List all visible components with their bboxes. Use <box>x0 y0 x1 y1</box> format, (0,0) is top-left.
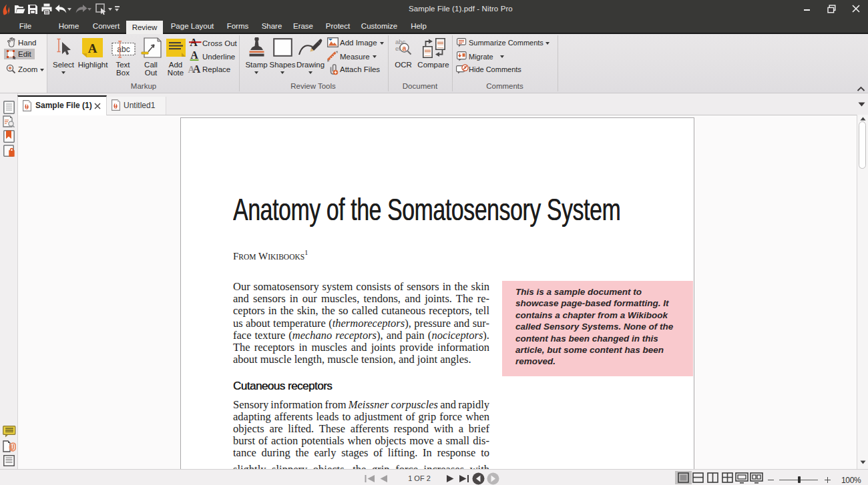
svg-text:A: A <box>193 63 201 74</box>
svg-text:a: a <box>403 44 407 52</box>
svg-text:A: A <box>88 41 97 55</box>
svg-text:A: A <box>190 50 198 61</box>
svg-text:abc: abc <box>117 45 130 54</box>
